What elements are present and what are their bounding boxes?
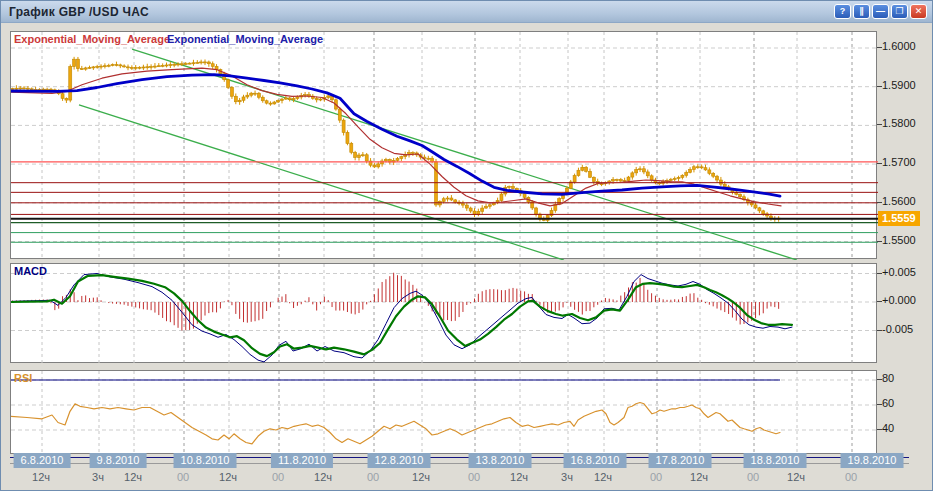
- axis-tick: [877, 241, 882, 242]
- time-label: 3ч: [92, 471, 104, 483]
- pin-button[interactable]: ∥: [853, 4, 870, 19]
- help-button[interactable]: ?: [834, 4, 851, 19]
- price-tick-label: 1.6000: [882, 40, 916, 52]
- rsi-tick-label: 40: [882, 422, 894, 434]
- price-tick-label: 1.5900: [882, 79, 916, 91]
- title-bar[interactable]: График GBP /USD ЧАС ? ∥ — ❐ ✕: [1, 1, 932, 23]
- rsi-tick-label: 80: [882, 372, 894, 384]
- macd-canvas[interactable]: [11, 264, 879, 364]
- rsi-label: RSI: [14, 372, 32, 384]
- window-buttons: ? ∥ — ❐ ✕: [834, 4, 927, 19]
- date-badge: 10.8.2010: [174, 453, 237, 468]
- price-chart-canvas[interactable]: [11, 32, 879, 260]
- chart-window: График GBP /USD ЧАС ? ∥ — ❐ ✕ Exponentia…: [0, 0, 933, 491]
- window-title: График GBP /USD ЧАС: [1, 5, 149, 19]
- price-tick-label: 1.5500: [882, 234, 916, 246]
- macd-tick-label: +0.005: [882, 266, 916, 278]
- time-label: 12ч: [412, 471, 430, 483]
- axis-tick: [877, 124, 882, 125]
- time-label: 00: [367, 471, 379, 483]
- axis-tick: [877, 404, 882, 405]
- macd-panel[interactable]: MACD: [10, 263, 877, 363]
- ema-fast-legend[interactable]: Exponential_Moving_Average: [14, 33, 170, 45]
- axis-tick: [877, 379, 882, 380]
- maximize-button[interactable]: ❐: [891, 4, 908, 19]
- rsi-panel[interactable]: RSI: [10, 370, 877, 454]
- price-tick-label: 1.5800: [882, 117, 916, 129]
- time-label: 12ч: [594, 471, 612, 483]
- time-label: 00: [177, 471, 189, 483]
- date-badge: 11.8.2010: [271, 453, 333, 468]
- time-label: 00: [468, 471, 480, 483]
- price-tick-label: 1.5700: [882, 156, 916, 168]
- time-label: 12ч: [690, 471, 708, 483]
- axis-tick: [877, 86, 882, 87]
- rsi-tick-label: 60: [882, 397, 894, 409]
- date-badge: 16.8.2010: [564, 453, 627, 468]
- axis-tick: [877, 202, 882, 203]
- axis-tick: [877, 273, 882, 274]
- date-badge: 17.8.2010: [649, 453, 712, 468]
- price-tick-label: 1.5600: [882, 195, 916, 207]
- time-label: 12ч: [124, 471, 142, 483]
- time-label: 12ч: [787, 471, 805, 483]
- time-label: 00: [747, 471, 759, 483]
- time-label: 12ч: [32, 471, 50, 483]
- minimize-button[interactable]: —: [872, 4, 889, 19]
- date-badge: 9.8.2010: [90, 453, 147, 468]
- time-label: 12ч: [314, 471, 332, 483]
- time-label: 00: [650, 471, 662, 483]
- axis-tick: [877, 429, 882, 430]
- time-label: 00: [272, 471, 284, 483]
- macd-tick-label: +0.000: [882, 294, 916, 306]
- close-button[interactable]: ✕: [910, 4, 927, 19]
- date-badge: 18.8.2010: [744, 453, 807, 468]
- axis-tick: [877, 330, 882, 331]
- axis-tick: [877, 301, 882, 302]
- current-price-badge: 1.5559: [878, 211, 920, 226]
- macd-tick-label: -0.005: [882, 323, 913, 335]
- date-badge: 19.8.2010: [841, 453, 904, 468]
- price-chart-panel[interactable]: Exponential_Moving_Average Exponential_M…: [10, 31, 877, 259]
- ema-slow-legend[interactable]: Exponential_Moving_Average: [167, 33, 323, 45]
- time-label: 00: [845, 471, 857, 483]
- axis-tick: [877, 47, 882, 48]
- date-badge: 12.8.2010: [368, 453, 431, 468]
- time-label: 3ч: [561, 471, 573, 483]
- time-label: 12ч: [510, 471, 528, 483]
- time-label: 12ч: [219, 471, 237, 483]
- date-badge: 13.8.2010: [469, 453, 532, 468]
- axis-tick: [877, 163, 882, 164]
- macd-label: MACD: [14, 265, 47, 277]
- rsi-canvas[interactable]: [11, 371, 879, 455]
- date-badge: 6.8.2010: [14, 453, 71, 468]
